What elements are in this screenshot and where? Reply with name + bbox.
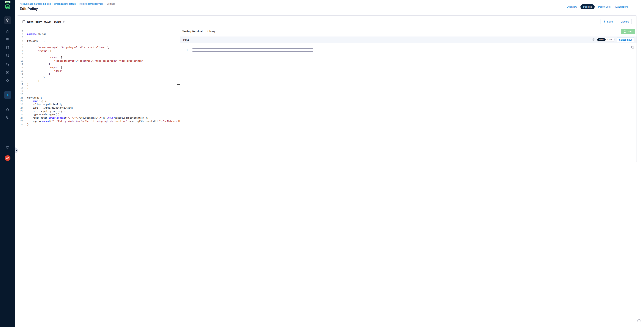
code-line [27, 36, 180, 39]
code-line: "jdbc:sqlserver","jdbc:mysql","jdbc:post… [27, 59, 180, 62]
settings-gear-icon [6, 93, 10, 97]
line-number: 29 [17, 123, 23, 126]
code-line: { [27, 52, 180, 56]
chat-icon[interactable] [6, 146, 10, 150]
executions-icon[interactable] [6, 71, 10, 74]
editor-overview-mark [177, 84, 180, 85]
line-number: 8 [17, 52, 23, 56]
policy-card: New Policy - 02/24 - 16:19 Save Discard [17, 15, 322, 162]
module-selector[interactable] [4, 16, 11, 24]
settings-nav-active[interactable] [4, 91, 11, 99]
policy-code-editor[interactable]: 1234567891011121314151617181920212223242… [17, 27, 180, 162]
line-number: 6 [17, 46, 23, 49]
line-number: 19 [17, 89, 23, 93]
code-line: "error_message": "Dropping of table is n… [27, 46, 180, 49]
code-line: ] [27, 79, 180, 83]
new-badge: NEW [5, 1, 10, 3]
line-number: 9 [17, 56, 23, 59]
code-line: "rules": [ [27, 49, 180, 52]
editor-gutter: 1234567891011121314151617181920212223242… [17, 29, 23, 126]
input-bar: Input JSONYAML Select Input [180, 36, 322, 43]
editor-code: package db_sqlpolicies := [{ "error_mess… [27, 29, 180, 126]
line-number: 25 [17, 109, 23, 113]
policy-file-icon [22, 20, 25, 23]
user-avatar[interactable]: AT [5, 155, 10, 161]
breadcrumb-item[interactable]: Account: app-harness-ng-cicd [20, 2, 51, 5]
code-line: policies := [ [27, 39, 180, 42]
tab-testing-terminal[interactable]: Testing Terminal [182, 27, 202, 35]
main-area: Account: app-harness-ng-cicd›Organizatio… [15, 0, 322, 163]
card-header: New Policy - 02/24 - 16:19 Save Discard [17, 16, 322, 27]
layers-icon[interactable] [6, 108, 10, 112]
line-number: 17 [17, 83, 23, 86]
line-number: 16 [17, 79, 23, 83]
breadcrumb-separator: › [52, 2, 53, 5]
input-section-label: Input [183, 38, 189, 41]
line-number: 20 [17, 93, 23, 96]
line-number: 27 [17, 116, 23, 120]
breadcrumb-separator: › [105, 2, 106, 5]
line-number: 12 [17, 66, 23, 69]
code-line [27, 89, 180, 93]
line-number: 1 [17, 29, 23, 32]
org-icon[interactable] [6, 116, 10, 120]
code-line: ] [27, 73, 180, 76]
logo-underline [4, 13, 11, 13]
code-line [27, 29, 180, 32]
line-number: 14 [17, 73, 23, 76]
code-line: type = rule.types[_]; [27, 113, 180, 116]
code-line: { [27, 42, 180, 46]
editor-cursor [29, 87, 29, 89]
gear-icon[interactable] [6, 79, 10, 82]
page-title: Edit Policy [20, 7, 38, 11]
code-line: ] [27, 86, 180, 89]
pipelines-icon[interactable] [6, 62, 10, 66]
line-number: 4 [17, 39, 23, 42]
breadcrumb-item[interactable]: Organization: default [54, 2, 76, 5]
code-line: } [27, 83, 180, 86]
code-line: "drop" [27, 69, 180, 73]
database-settings-icon[interactable] [6, 53, 10, 57]
breadcrumb-item[interactable]: Project: demodbdevops [79, 2, 103, 5]
policy-name: New Policy - 02/24 - 16:19 [27, 20, 61, 23]
line-number: 7 [17, 49, 23, 52]
line-number: 5 [17, 42, 23, 46]
line-number: 15 [17, 76, 23, 79]
harness-logo[interactable] [4, 3, 11, 10]
code-line: regex.match(lower(concat("",[".*",rule.r… [27, 116, 180, 120]
line-number: 10 [17, 59, 23, 62]
breadcrumb-item[interactable]: Settings [107, 2, 115, 5]
code-line: "types": [ [27, 56, 180, 59]
testing-panel: Testing TerminalLibrary Test Input [180, 27, 322, 162]
line-number: 26 [17, 113, 23, 116]
line-number: 24 [17, 106, 23, 109]
code-line: "regex": [ [27, 66, 180, 69]
code-line: type := input.dbInstance.type; [27, 106, 180, 109]
module-cube-icon [6, 18, 10, 22]
database-icon[interactable] [6, 46, 10, 49]
breadcrumb: Account: app-harness-ng-cicd›Organizatio… [20, 2, 115, 5]
code-line: deny[msg] { [27, 96, 180, 99]
code-line: } [27, 123, 180, 126]
code-line: ], [27, 62, 180, 66]
code-line: some i,j,k,l [27, 99, 180, 103]
code-line: policy := policies[i]; [27, 103, 180, 106]
line-number: 2 [17, 32, 23, 36]
edit-name-icon[interactable] [62, 20, 66, 23]
code-line: rule := policy.rules[j]; [27, 109, 180, 113]
code-line: } [27, 76, 180, 79]
line-number: 11 [17, 62, 23, 66]
test-input-field[interactable] [192, 48, 313, 51]
code-line [27, 93, 180, 96]
home-icon[interactable] [6, 30, 10, 33]
test-input-terminal: 1 [180, 43, 322, 162]
terminal-line-number: 1 [180, 49, 188, 51]
line-number: 3 [17, 36, 23, 39]
tab-library[interactable]: Library [208, 27, 216, 35]
list-icon[interactable] [6, 37, 10, 41]
breadcrumb-separator: › [77, 2, 78, 5]
line-number: 21 [17, 96, 23, 99]
line-number: 23 [17, 103, 23, 106]
line-number: 28 [17, 120, 23, 123]
code-line: msg := concat("",["Policy violation:\n T… [27, 120, 180, 123]
